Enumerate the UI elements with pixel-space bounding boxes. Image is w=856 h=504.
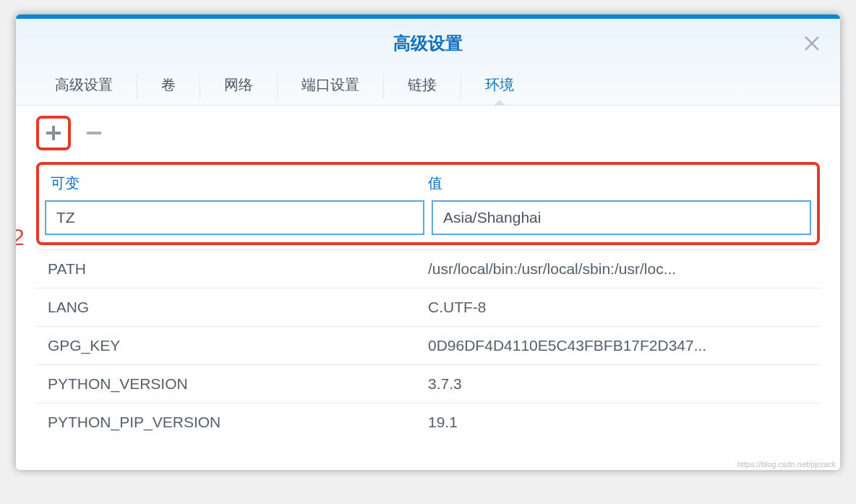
toolbar bbox=[36, 116, 820, 150]
table-row[interactable]: PYTHON_VERSION 3.7.3 bbox=[36, 364, 820, 403]
table-header: 可变 值 bbox=[39, 165, 817, 200]
val-cell: 0D96DF4D4110E5C43FBFB17F2D347... bbox=[428, 337, 808, 354]
tab-links[interactable]: 链接 bbox=[395, 68, 450, 105]
env-table-highlight: 可变 值 bbox=[36, 162, 820, 245]
val-cell: 3.7.3 bbox=[428, 375, 808, 393]
tab-separator bbox=[461, 74, 461, 99]
tab-bar: 高级设置 卷 网络 端口设置 链接 环境 bbox=[16, 68, 840, 106]
table-row[interactable]: LANG C.UTF-8 bbox=[36, 288, 820, 326]
tab-separator bbox=[383, 74, 384, 99]
val-cell: C.UTF-8 bbox=[428, 299, 808, 316]
var-cell: PATH bbox=[48, 260, 428, 278]
var-cell: PYTHON_PIP_VERSION bbox=[48, 414, 428, 431]
table-row[interactable]: PYTHON_PIP_VERSION 19.1 bbox=[36, 403, 820, 441]
plus-icon bbox=[44, 124, 63, 142]
col-header-value[interactable]: 值 bbox=[428, 174, 805, 193]
tab-separator bbox=[277, 74, 278, 99]
tab-content: 可变 值 PATH /usr/local/bin:/usr/local/sbin… bbox=[16, 106, 840, 470]
val-cell: 19.1 bbox=[428, 414, 808, 431]
var-cell: LANG bbox=[48, 299, 428, 316]
table-row[interactable]: PATH /usr/local/bin:/usr/local/sbin:/usr… bbox=[36, 249, 820, 288]
close-icon bbox=[804, 35, 820, 51]
close-button[interactable] bbox=[804, 33, 820, 55]
tab-separator bbox=[200, 74, 200, 99]
remove-button[interactable] bbox=[77, 116, 111, 150]
variable-input[interactable] bbox=[45, 200, 424, 235]
val-cell: /usr/local/bin:/usr/local/sbin:/usr/loc.… bbox=[428, 260, 808, 278]
add-button[interactable] bbox=[36, 116, 71, 150]
dialog-title: 高级设置 bbox=[16, 26, 840, 68]
dialog-header: 高级设置 高级设置 卷 网络 端口设置 链接 环境 bbox=[16, 19, 840, 106]
value-input[interactable] bbox=[432, 200, 811, 235]
tab-ports[interactable]: 端口设置 bbox=[288, 68, 372, 105]
col-header-variable[interactable]: 可变 bbox=[51, 174, 428, 193]
annotation-number: 2 bbox=[16, 224, 25, 251]
tab-separator bbox=[137, 74, 137, 99]
tab-environment[interactable]: 环境 bbox=[472, 68, 527, 105]
table-row[interactable]: GPG_KEY 0D96DF4D4110E5C43FBFB17F2D347... bbox=[36, 326, 820, 364]
var-cell: PYTHON_VERSION bbox=[48, 375, 428, 393]
tab-volumes[interactable]: 卷 bbox=[148, 68, 189, 105]
tab-advanced[interactable]: 高级设置 bbox=[42, 68, 126, 105]
var-cell: GPG_KEY bbox=[48, 337, 428, 354]
dialog-window: 高级设置 高级设置 卷 网络 端口设置 链接 环境 bbox=[16, 14, 840, 470]
minus-icon bbox=[85, 124, 103, 142]
env-table-body: PATH /usr/local/bin:/usr/local/sbin:/usr… bbox=[36, 249, 820, 441]
edit-row bbox=[39, 200, 817, 242]
watermark: https://blog.csdn.net/pjcrack bbox=[737, 460, 836, 469]
tab-network[interactable]: 网络 bbox=[211, 68, 266, 105]
